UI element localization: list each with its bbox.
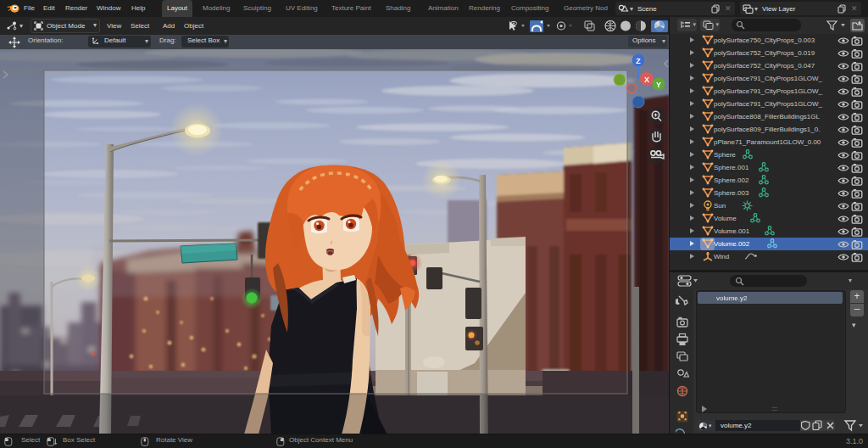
svg-text:X: X xyxy=(644,76,649,84)
svg-text:Z: Z xyxy=(636,57,641,65)
svg-text:Y: Y xyxy=(656,81,661,89)
